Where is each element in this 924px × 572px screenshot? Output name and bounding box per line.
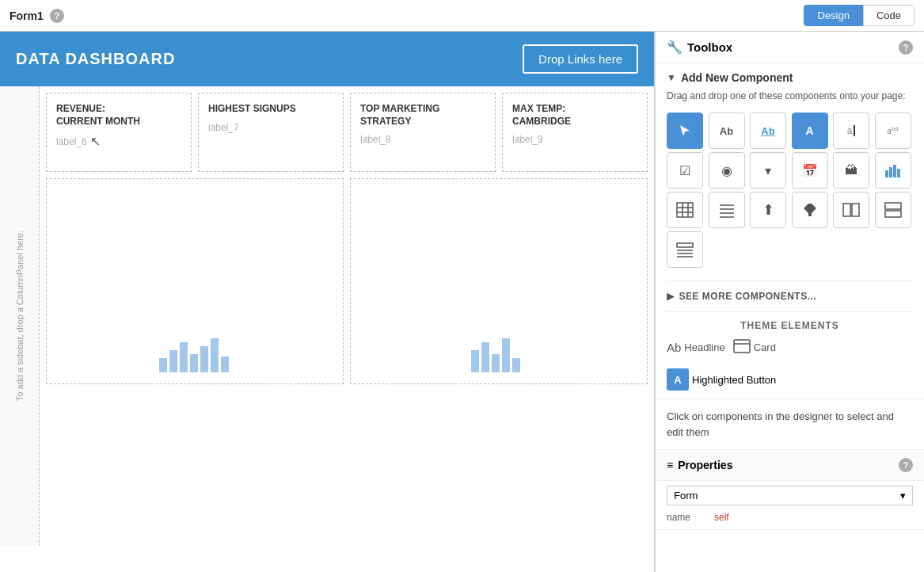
designer-area[interactable]: DATA DASHBOARD Drop Links here To add a … (0, 32, 655, 572)
prop-row-name: name self (656, 505, 924, 530)
comp-checkbox[interactable]: ☑ (667, 152, 703, 189)
comp-text-align[interactable] (792, 192, 828, 228)
see-more-label: SEE MORE COMPONENTS... (679, 291, 817, 302)
chart-svg-right (467, 326, 530, 374)
comp-upload[interactable]: ⬆ (750, 192, 786, 228)
comp-label-plain[interactable]: Ab (709, 112, 745, 149)
svg-rect-6 (221, 357, 229, 372)
comp-chart-bar[interactable] (875, 152, 911, 189)
headline-icon: Ab (667, 341, 681, 354)
cards-area: REVENUE:CURRENT MONTH label_6 ↖ HIGHEST … (40, 86, 654, 546)
svg-rect-16 (677, 203, 693, 217)
sidebar-placeholder[interactable]: To add a sidebar, drop a ColumnPanel her… (0, 86, 40, 546)
top-bar: Form1 ? Design Code (0, 0, 924, 32)
card-icon (733, 339, 751, 356)
svg-rect-9 (492, 354, 500, 372)
tab-code[interactable]: Code (863, 5, 914, 26)
toolbox-divider-1 (667, 280, 913, 281)
properties-header-left: ≡ Properties (667, 459, 732, 471)
svg-marker-27 (812, 204, 816, 213)
main-layout: DATA DASHBOARD Drop Links here To add a … (0, 32, 924, 572)
toolbox-panel: 🔧 Toolbox ? ▼ Add New Component Drag and… (655, 32, 924, 572)
comp-dropdown[interactable]: ▾ (750, 152, 786, 189)
stat-card-label-2: label_8 (360, 134, 485, 145)
tab-design[interactable]: Design (804, 5, 862, 26)
top-bar-left: Form1 ? (10, 9, 64, 23)
svg-rect-5 (211, 338, 219, 372)
theme-item-card[interactable]: Card (733, 339, 776, 356)
properties-header: ≡ Properties ? (656, 450, 924, 481)
svg-rect-11 (512, 358, 520, 372)
highlighted-button-icon: A (667, 368, 689, 391)
comp-table-lines[interactable] (709, 192, 745, 228)
theme-item-card-label: Card (754, 341, 776, 353)
comp-image[interactable]: 🏔 (833, 152, 869, 189)
topbar-help-icon[interactable]: ? (50, 9, 64, 23)
svg-rect-10 (502, 338, 510, 372)
svg-rect-8 (481, 342, 489, 372)
comp-input-bd[interactable]: abd (875, 112, 911, 149)
prop-name-value: self (714, 512, 729, 523)
svg-rect-29 (852, 204, 859, 216)
stat-card-0[interactable]: REVENUE:CURRENT MONTH label_6 ↖ (46, 93, 192, 172)
component-grid: Ab Ab A a abd ☑ ◉ ▾ 📅 🏔 (656, 109, 924, 276)
comp-cursor[interactable] (667, 112, 703, 149)
comp-button-highlight[interactable]: A (792, 112, 828, 149)
designer-body: To add a sidebar, drop a ColumnPanel her… (0, 86, 654, 546)
form-select-row: Form ▾ (656, 481, 924, 505)
sidebar-placeholder-text: To add a sidebar, drop a ColumnPanel her… (9, 224, 31, 407)
chart-row (46, 178, 648, 384)
form-title: Form1 (10, 10, 44, 22)
stat-card-label-0: label_6 (56, 136, 87, 147)
svg-rect-4 (200, 346, 208, 372)
stat-card-2[interactable]: TOP MARKETINGSTRATEGY label_8 (350, 93, 496, 172)
cursor-indicator: ↖ (90, 134, 101, 149)
svg-rect-13 (889, 167, 892, 177)
svg-rect-14 (893, 165, 896, 177)
svg-rect-28 (843, 204, 850, 216)
svg-rect-2 (180, 342, 188, 372)
svg-rect-32 (677, 243, 693, 247)
properties-title: Properties (678, 459, 732, 471)
stat-card-3[interactable]: MAX TEMP:CAMBRIDGE label_9 (502, 93, 648, 172)
drop-links-button[interactable]: Drop Links here (523, 44, 638, 74)
collapse-triangle-icon[interactable]: ▼ (667, 72, 676, 83)
svg-marker-26 (804, 204, 808, 213)
svg-rect-0 (159, 358, 167, 372)
see-more-triangle: ▶ (667, 291, 675, 302)
comp-input-text[interactable]: a (833, 112, 869, 149)
add-component-section-header: ▼ Add New Component (656, 63, 924, 87)
svg-rect-25 (808, 204, 812, 216)
see-more-components[interactable]: ▶ SEE MORE COMPONENTS... (656, 286, 924, 307)
comp-calendar[interactable]: 📅 (792, 152, 828, 189)
stat-card-title-2: TOP MARKETINGSTRATEGY (360, 103, 485, 128)
comp-split-v[interactable] (875, 192, 911, 228)
theme-items: Ab Headline Card (656, 334, 924, 364)
stat-card-label-1: label_7 (208, 122, 333, 133)
toolbox-help-icon[interactable]: ? (899, 40, 913, 55)
tab-group: Design Code (804, 5, 914, 26)
toolbox-divider-2 (667, 311, 913, 312)
comp-list[interactable] (667, 231, 703, 268)
stat-cards-row: REVENUE:CURRENT MONTH label_6 ↖ HIGHEST … (46, 93, 648, 172)
highlighted-button-label: Highlighted Button (692, 374, 776, 386)
prop-name-label: name (667, 512, 714, 523)
svg-rect-30 (885, 203, 901, 209)
properties-section: ≡ Properties ? Form ▾ name self (656, 449, 924, 530)
comp-label-underline[interactable]: Ab (750, 112, 786, 149)
stat-card-1[interactable]: HIGHEST SIGNUPS label_7 (198, 93, 344, 172)
svg-rect-3 (190, 354, 198, 372)
theme-item-highlighted-button[interactable]: A Highlighted Button (656, 368, 924, 398)
stat-card-title-0: REVENUE:CURRENT MONTH (56, 103, 181, 128)
comp-table-grid[interactable] (667, 192, 703, 228)
comp-radio[interactable]: ◉ (709, 152, 745, 189)
chart-panel-right[interactable] (350, 178, 648, 384)
chart-panel-left[interactable] (46, 178, 344, 384)
form-select-box[interactable]: Form ▾ (667, 486, 913, 505)
svg-rect-1 (169, 350, 177, 372)
comp-split-h[interactable] (833, 192, 869, 228)
properties-help-icon[interactable]: ? (899, 458, 913, 472)
stat-card-title-1: HIGHEST SIGNUPS (208, 103, 333, 116)
theme-item-headline[interactable]: Ab Headline (667, 341, 725, 354)
stat-card-label-3: label_9 (512, 134, 637, 145)
